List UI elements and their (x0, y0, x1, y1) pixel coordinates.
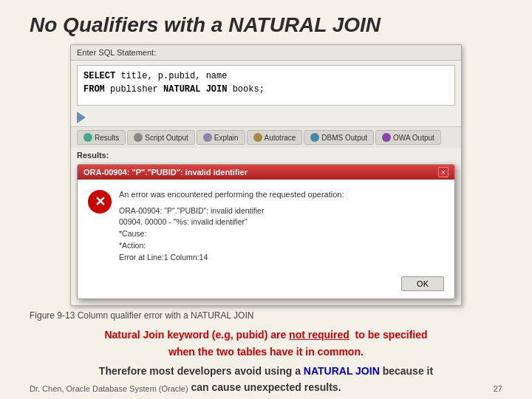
error-dialog: ORA-00904: "P"."PUBID": invalid identifi… (77, 164, 455, 299)
error-detail5: Error at Line:1 Column:14 (119, 252, 444, 264)
results-button[interactable]: Results (77, 130, 126, 145)
dialog-titlebar: ORA-00904: "P"."PUBID": invalid identifi… (78, 165, 454, 180)
script-output-icon (134, 133, 143, 142)
error-x-icon: ✕ (95, 195, 106, 208)
script-output-label: Script Output (145, 134, 188, 142)
description-line1: Natural Join keyword (e.g, pubid) are no… (99, 327, 433, 343)
toolbar: Results Script Output Explain Autotrace … (71, 126, 461, 148)
footer-right: 27 (494, 384, 502, 393)
results-icon (83, 133, 92, 142)
dbms-output-icon (310, 133, 319, 142)
explain-button[interactable]: Explain (197, 130, 245, 145)
dbms-output-label: DBMS Output (321, 134, 367, 142)
dbms-output-button[interactable]: DBMS Output (304, 130, 374, 145)
dialog-title: ORA-00904: "P"."PUBID": invalid identifi… (83, 168, 248, 177)
main-content: Enter SQL Statement: SELECT title, p.pub… (0, 44, 532, 396)
description-line3: Therefore most developers avoid using a … (99, 363, 433, 379)
footer: Dr. Chen, Oracle Database System (Oracle… (30, 384, 502, 393)
sql-line2: FROM publisher NATURAL JOIN books; (83, 83, 449, 96)
description-line2: when the two tables have it in common. (99, 344, 433, 360)
footer-left: Dr. Chen, Oracle Database System (Oracle… (30, 384, 188, 393)
dialog-close-button[interactable]: × (438, 167, 449, 177)
explain-icon (203, 133, 212, 142)
nav-arrow-icon (77, 112, 86, 123)
explain-label: Explain (214, 134, 239, 142)
error-details: ORA-00904: "P"."PUBID": invalid identifi… (119, 205, 444, 264)
dialog-message: An error was encountered performing the … (119, 188, 444, 263)
error-message-line1: An error was encountered performing the … (119, 188, 444, 201)
page-title: No Qualifiers with a NATURAL JOIN (0, 0, 532, 44)
error-detail3: *Cause: (119, 228, 444, 240)
error-detail2: 00904. 00000 - "%s: invalid identifier" (119, 216, 444, 228)
results-btn-label: Results (95, 134, 119, 142)
figure-caption: Figure 9-13 Column qualifier error with … (30, 310, 253, 321)
sql-input-area[interactable]: SELECT title, p.pubid, name FROM publish… (77, 65, 455, 106)
error-detail4: *Action: (119, 240, 444, 252)
script-output-button[interactable]: Script Output (127, 130, 194, 145)
autotrace-button[interactable]: Autotrace (247, 130, 303, 145)
owa-output-icon (382, 133, 391, 142)
owa-output-label: OWA Output (393, 134, 434, 142)
error-icon-circle: ✕ (88, 190, 112, 214)
nav-arrow-row (71, 110, 461, 126)
dialog-body: ✕ An error was encountered performing th… (78, 180, 454, 272)
sql-tool-header: Enter SQL Statement: (71, 45, 461, 61)
error-detail1: ORA-00904: "P"."PUBID": invalid identifi… (119, 205, 444, 217)
ok-button[interactable]: OK (401, 276, 444, 291)
results-section-label: Results: (71, 148, 461, 163)
sql-tool-window: Enter SQL Statement: SELECT title, p.pub… (70, 44, 462, 306)
sql-line1: SELECT title, p.pubid, name (83, 69, 449, 83)
autotrace-icon (253, 133, 262, 142)
dialog-overlay: ORA-00904: "P"."PUBID": invalid identifi… (77, 164, 455, 299)
dialog-footer: OK (78, 272, 454, 299)
owa-output-button[interactable]: OWA Output (375, 130, 441, 145)
autotrace-label: Autotrace (265, 134, 296, 142)
